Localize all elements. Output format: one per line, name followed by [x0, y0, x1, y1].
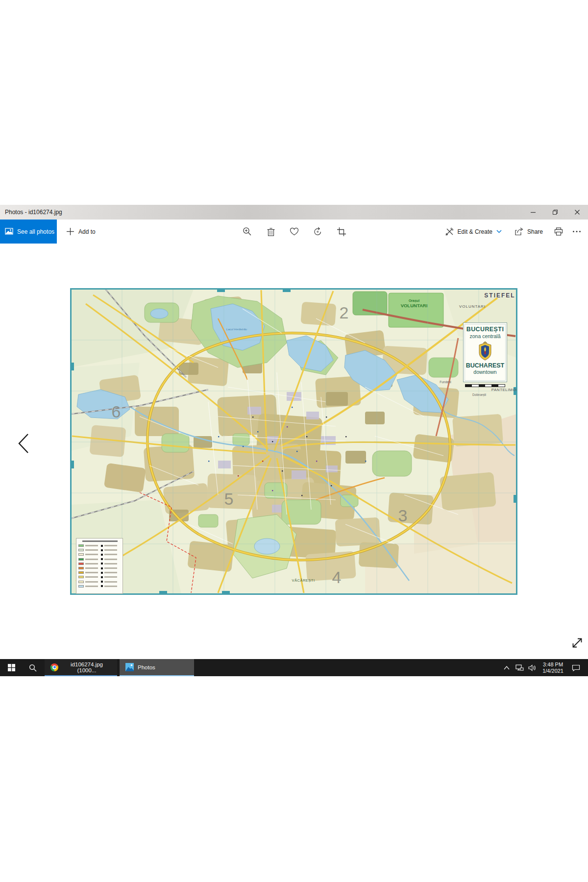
rotate-button[interactable]: [310, 220, 325, 244]
taskbar-chrome-button[interactable]: id106274.jpg (1000...: [45, 659, 117, 676]
fullscreen-expand-button[interactable]: [569, 636, 585, 651]
more-options-button[interactable]: [569, 220, 584, 244]
toolbar-center-icons: [240, 220, 349, 244]
photos-gallery-icon: [5, 228, 13, 235]
taskbar-photos-button[interactable]: Photos: [120, 659, 194, 676]
taskbar: id106274.jpg (1000... Photos: [0, 659, 588, 676]
minimize-button[interactable]: [522, 205, 544, 220]
edit-create-label: Edit & Create: [458, 228, 492, 235]
svg-text:2: 2: [340, 303, 349, 322]
chevron-left-icon: [16, 433, 31, 454]
label-vacaresti: VĂCĂREȘTI: [292, 578, 315, 583]
photos-app-window: Photos - id106274.jpg: [0, 205, 588, 659]
map-title-en: BUCHAREST: [464, 362, 507, 369]
network-icon: [515, 664, 524, 671]
zoom-button[interactable]: [240, 220, 255, 244]
chevron-up-icon: [504, 665, 510, 670]
stiefel-logo: STIEFEL: [484, 292, 515, 299]
volume-icon: [528, 664, 536, 671]
add-to-label: Add to: [78, 228, 96, 235]
tray-show-hidden-button[interactable]: [501, 659, 512, 676]
tray-date: 1/4/2021: [542, 668, 564, 674]
photo-viewer: 2 6 5 3 4 STIEFEL VOLUNTARI Orașul VOLUN…: [0, 244, 588, 659]
map-scale-bar: [465, 384, 505, 387]
expand-diagonal-icon: [571, 637, 584, 649]
map-legend-left-column: [78, 543, 98, 588]
taskbar-photos-label: Photos: [138, 664, 155, 670]
see-all-photos-label: See all photos: [17, 228, 54, 235]
map-legend: [76, 538, 123, 594]
share-icon: [514, 227, 523, 236]
edit-create-icon: [445, 227, 454, 236]
titlebar: Photos - id106274.jpg: [0, 205, 588, 220]
search-icon: [29, 664, 37, 672]
add-to-button[interactable]: Add to: [64, 220, 98, 244]
label-voluntari: VOLUNTARI: [459, 304, 486, 309]
heart-icon: [290, 227, 299, 236]
share-label: Share: [527, 228, 543, 235]
action-center-icon: [572, 664, 580, 671]
start-button[interactable]: [0, 659, 23, 676]
crop-icon: [337, 227, 346, 236]
tray-network-button[interactable]: [514, 659, 525, 676]
bucharest-coat-of-arms: [478, 341, 492, 361]
see-all-photos-button[interactable]: See all photos: [0, 220, 57, 244]
favorite-button[interactable]: [287, 220, 302, 244]
rotate-icon: [313, 227, 322, 236]
toolbar-right-icons: Edit & Create Share: [441, 220, 584, 244]
restore-button[interactable]: [544, 205, 566, 220]
close-button[interactable]: [566, 205, 588, 220]
close-icon: [574, 209, 580, 215]
window-title: Photos - id106274.jpg: [0, 209, 62, 216]
map-title-box: BUCUREȘTI zona centrală BUCHAREST downto…: [463, 322, 507, 382]
map-image: 2 6 5 3 4 STIEFEL VOLUNTARI Orașul VOLUN…: [71, 289, 516, 594]
window-controls: [522, 205, 588, 220]
share-button[interactable]: Share: [510, 220, 548, 244]
photos-app-icon: [125, 663, 134, 671]
map-legend-right-column: [101, 543, 117, 588]
tray-volume-button[interactable]: [527, 659, 538, 676]
label-orasul-voluntari: VOLUNTARI: [401, 303, 428, 308]
print-button[interactable]: [551, 220, 566, 244]
photo-map-bucharest[interactable]: 2 6 5 3 4 STIEFEL VOLUNTARI Orașul VOLUN…: [70, 288, 517, 595]
tray-time: 3:48 PM: [542, 662, 564, 668]
label-orasul: Orașul: [409, 299, 419, 303]
chrome-icon: [50, 663, 58, 671]
action-center-button[interactable]: [568, 659, 583, 676]
chevron-down-icon: [496, 230, 502, 233]
label-lacul-herastrau: Lacul Herăstrău: [226, 328, 247, 331]
more-icon: [572, 230, 581, 233]
taskbar-search-button[interactable]: [23, 659, 43, 676]
map-legend-title: [82, 540, 118, 542]
svg-text:6: 6: [112, 402, 121, 421]
map-title-ro: BUCUREȘTI: [464, 326, 507, 333]
taskbar-chrome-label: id106274.jpg (1000...: [62, 662, 111, 673]
label-dobroesti: Dobroești: [472, 393, 486, 397]
label-pantelimon: PANTELIMON: [491, 388, 516, 392]
label-fundeni: Fundeni: [440, 380, 451, 384]
svg-text:3: 3: [398, 506, 408, 525]
zoom-in-icon: [243, 227, 252, 236]
previous-photo-button[interactable]: [13, 431, 34, 457]
plus-icon: [67, 228, 74, 235]
svg-text:4: 4: [332, 568, 342, 587]
delete-button[interactable]: [263, 220, 278, 244]
crop-button[interactable]: [334, 220, 349, 244]
map-subtitle-ro: zona centrală: [464, 333, 507, 339]
system-tray: 3:48 PM 1/4/2021: [501, 659, 588, 676]
svg-text:5: 5: [224, 490, 234, 508]
minimize-icon: [530, 209, 536, 215]
edit-create-button[interactable]: Edit & Create: [441, 220, 507, 244]
taskbar-clock[interactable]: 3:48 PM 1/4/2021: [539, 662, 566, 674]
trash-icon: [267, 227, 275, 236]
print-icon: [554, 227, 563, 236]
windows-logo-icon: [8, 664, 15, 671]
screenshot-canvas: Photos - id106274.jpg: [0, 0, 588, 882]
map-subtitle-en: downtown: [464, 369, 507, 375]
toolbar: See all photos Add to: [0, 220, 588, 244]
restore-icon: [552, 209, 558, 215]
